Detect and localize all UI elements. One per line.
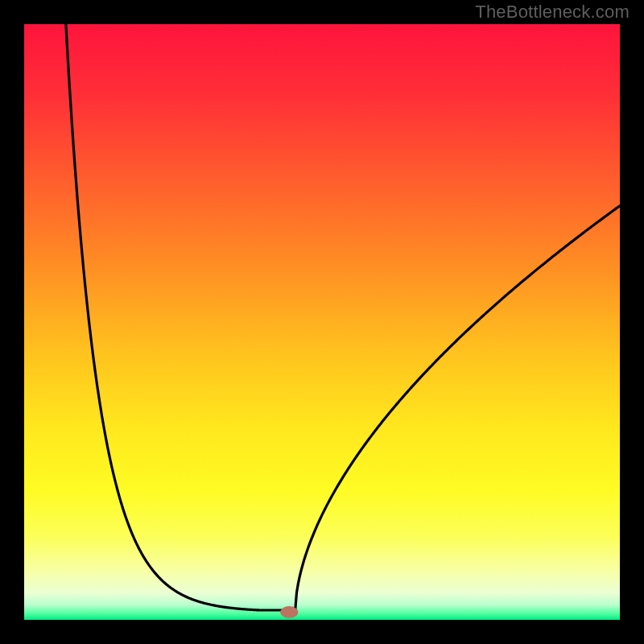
gradient-backdrop — [24, 24, 620, 620]
optimum-marker — [280, 606, 298, 618]
chart-container: TheBottleneck.com — [0, 0, 644, 644]
watermark-text: TheBottleneck.com — [475, 2, 630, 23]
bottleneck-plot — [24, 24, 620, 620]
